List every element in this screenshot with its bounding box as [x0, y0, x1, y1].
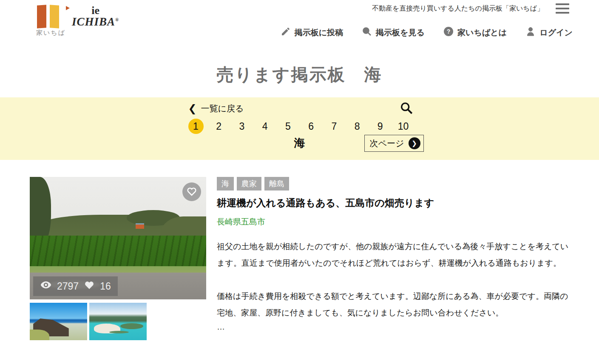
- tag-farm[interactable]: 農家: [237, 177, 261, 191]
- listing-text: 海 農家 離島 耕運機が入れる通路もある、五島市の畑売ります 長崎県五島市 祖父…: [217, 177, 576, 340]
- nav-browse-label: 掲示板を見る: [376, 27, 425, 38]
- page-number-2[interactable]: 2: [211, 119, 227, 134]
- search-icon: [362, 26, 372, 39]
- listing-location-link[interactable]: 長崎県五島市: [217, 216, 265, 228]
- chevron-left-icon: ❮: [188, 102, 197, 114]
- page-number-6[interactable]: 6: [304, 119, 319, 134]
- site-tagline: 不動産を直接売り買いする人たちの掲示板「家いちば」: [372, 4, 544, 13]
- page-number-1[interactable]: 1: [188, 119, 204, 134]
- listing-description: 祖父の土地を親が相続したのですが、他の親族が遠方に住んでいる為後々手放すことを考…: [217, 239, 576, 321]
- logo-ichiba-text: ICHIBA®: [72, 16, 119, 28]
- like-count: 16: [100, 281, 111, 292]
- photo-stats-overlay: 2797 16: [33, 276, 118, 296]
- tag-list: 海 農家 離島: [217, 177, 576, 191]
- tag-sea[interactable]: 海: [217, 177, 234, 191]
- logo-wordmark: ie ICHIBA®: [72, 5, 119, 28]
- eye-icon: [40, 279, 52, 293]
- thumbnail-ruins[interactable]: [30, 303, 87, 340]
- site-header: 家いちば ie ICHIBA® 不動産を直接売り買いする人たちの掲示板「家いちば…: [0, 0, 599, 60]
- page-title: 売ります掲示板 海: [0, 63, 599, 86]
- view-count: 2797: [57, 281, 79, 292]
- svg-text:?: ?: [447, 28, 451, 35]
- page-number-10[interactable]: 10: [395, 119, 411, 134]
- page-number-3[interactable]: 3: [234, 119, 250, 134]
- hamburger-menu-icon[interactable]: [556, 3, 569, 14]
- nav-post-button[interactable]: 掲示板に投稿: [281, 26, 343, 39]
- question-icon: ?: [443, 26, 454, 39]
- listing-card: 2797 16 海 農家 離島 耕運機が入れる通路もある、五島市の畑売ります 長…: [0, 160, 599, 340]
- thumbnail-row: [30, 303, 206, 340]
- page-number-4[interactable]: 4: [257, 119, 273, 134]
- pencil-icon: [281, 26, 291, 39]
- next-page-label: 次ページ: [370, 138, 404, 149]
- main-nav: 掲示板に投稿 掲示板を見る ? 家いちばとは ログイン: [281, 26, 573, 39]
- next-page-button[interactable]: 次ページ ❯: [364, 135, 424, 152]
- photo-hut: [136, 223, 144, 229]
- logo-right-panel: [50, 5, 59, 28]
- nav-login-button[interactable]: ログイン: [525, 26, 573, 39]
- pagination-band: ❮ 一覧に戻る 1 2 3 4 5 6 7 8 9 10 海 次ページ ❯: [0, 97, 599, 160]
- heart-outline-icon: [186, 186, 197, 198]
- logo-jp-text: 家いちば: [36, 29, 66, 37]
- band-search-icon[interactable]: [399, 101, 414, 117]
- listing-main-photo[interactable]: 2797 16: [30, 177, 206, 299]
- description-paragraph-2: 価格は手続き費用を相殺できる額でと考えています。辺鄙な所にある為、車が必要です。…: [217, 288, 576, 321]
- nav-browse-button[interactable]: 掲示板を見る: [362, 26, 425, 39]
- logo-tick-icon: [66, 6, 70, 10]
- back-to-list-link[interactable]: ❮ 一覧に戻る: [188, 102, 244, 114]
- nav-about-button[interactable]: ? 家いちばとは: [443, 26, 507, 39]
- nav-about-label: 家いちばとは: [457, 27, 507, 38]
- listing-media: 2797 16: [30, 177, 206, 340]
- logo-ie-text: ie: [72, 5, 119, 16]
- thumbnail-coast[interactable]: [89, 303, 147, 340]
- logo-left-panel: [37, 5, 46, 28]
- site-logo[interactable]: 家いちば ie ICHIBA®: [36, 3, 119, 36]
- page-number-8[interactable]: 8: [349, 119, 365, 134]
- logo-mark-icon: 家いちば: [36, 3, 61, 36]
- description-ellipsis: …: [217, 322, 576, 332]
- listing-title-link[interactable]: 耕運機が入れる通路もある、五島市の畑売ります: [217, 196, 576, 210]
- page-number-5[interactable]: 5: [280, 119, 295, 134]
- pagination: 1 2 3 4 5 6 7 8 9 10: [188, 119, 411, 134]
- favorite-button[interactable]: [182, 182, 201, 201]
- user-icon: [525, 26, 536, 39]
- description-paragraph-1: 祖父の土地を親が相続したのですが、他の親族が遠方に住んでいる為後々手放すことを考…: [217, 239, 576, 272]
- page-number-9[interactable]: 9: [372, 119, 388, 134]
- chevron-right-icon: ❯: [409, 137, 420, 149]
- nav-login-label: ログイン: [539, 27, 573, 38]
- registered-mark: ®: [115, 17, 119, 22]
- back-to-list-label: 一覧に戻る: [201, 103, 244, 114]
- photo-field-rows: [30, 236, 206, 271]
- page-number-7[interactable]: 7: [326, 119, 342, 134]
- heart-filled-icon: [84, 279, 95, 293]
- tag-island[interactable]: 離島: [264, 177, 289, 191]
- nav-post-label: 掲示板に投稿: [295, 27, 343, 38]
